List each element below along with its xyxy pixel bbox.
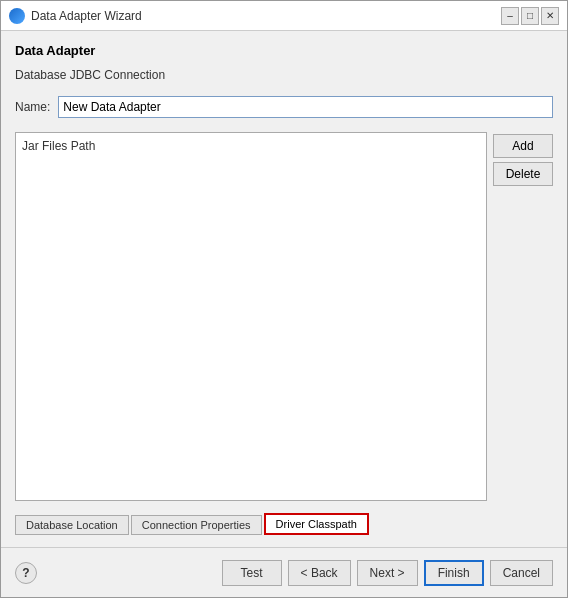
jar-files-content: Jar Files Path (16, 133, 486, 500)
name-label: Name: (15, 100, 50, 114)
section-subtitle: Database JDBC Connection (15, 68, 553, 82)
name-row: Name: (15, 96, 553, 118)
minimize-button[interactable]: – (501, 7, 519, 25)
wizard-window: Data Adapter Wizard – □ ✕ Data Adapter D… (0, 0, 568, 598)
tab-database-location[interactable]: Database Location (15, 515, 129, 535)
section-title: Data Adapter (15, 43, 553, 58)
name-input[interactable] (58, 96, 553, 118)
finish-button[interactable]: Finish (424, 560, 484, 586)
test-button[interactable]: Test (222, 560, 282, 586)
jar-files-label: Jar Files Path (22, 139, 95, 153)
footer: ? Test < Back Next > Finish Cancel (1, 547, 567, 597)
tab-driver-classpath[interactable]: Driver Classpath (264, 513, 369, 535)
close-button[interactable]: ✕ (541, 7, 559, 25)
help-button[interactable]: ? (15, 562, 37, 584)
maximize-button[interactable]: □ (521, 7, 539, 25)
window-icon (9, 8, 25, 24)
window-title: Data Adapter Wizard (31, 9, 495, 23)
delete-button[interactable]: Delete (493, 162, 553, 186)
dialog-content: Data Adapter Database JDBC Connection Na… (1, 31, 567, 547)
next-button[interactable]: Next > (357, 560, 418, 586)
window-controls: – □ ✕ (501, 7, 559, 25)
jar-files-panel: Jar Files Path (15, 132, 487, 501)
tab-connection-properties[interactable]: Connection Properties (131, 515, 262, 535)
side-buttons: Add Delete (493, 132, 553, 501)
main-area: Jar Files Path Add Delete (15, 132, 553, 501)
title-bar: Data Adapter Wizard – □ ✕ (1, 1, 567, 31)
tabs-row: Database Location Connection Properties … (15, 513, 553, 535)
add-button[interactable]: Add (493, 134, 553, 158)
cancel-button[interactable]: Cancel (490, 560, 553, 586)
back-button[interactable]: < Back (288, 560, 351, 586)
